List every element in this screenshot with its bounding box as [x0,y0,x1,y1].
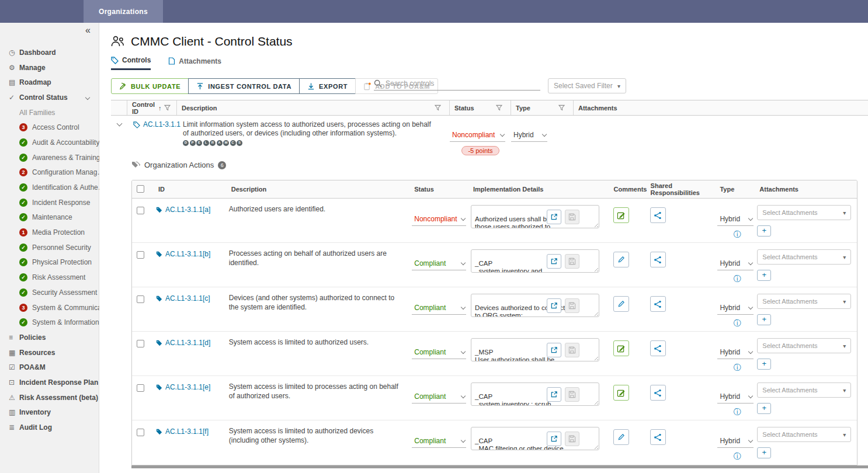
open-details-button[interactable] [547,210,561,224]
share-responsibilities-button[interactable] [650,296,666,312]
sidebar-item-audit-log[interactable]: ≣ Audit Log [0,420,99,435]
filter-icon[interactable] [558,105,565,111]
sidebar-item-all-families[interactable]: All Families [0,105,99,120]
sidebar-item-maintenance[interactable]: ✓ Maintenance [0,210,99,225]
sidebar-item-resources[interactable]: ▦ Resources [0,345,99,360]
row-checkbox[interactable] [137,384,144,392]
status-dropdown[interactable]: Noncompliant [450,131,505,142]
sidebar-item-policies[interactable]: ≡ Policies [0,330,99,345]
bulk-update-button[interactable]: BULK UPDATE [111,78,189,94]
nav-tab-organizations[interactable]: Organizations [84,0,163,23]
filter-icon[interactable] [164,105,171,111]
save-details-button[interactable] [565,210,579,224]
sidebar-item-roadmap[interactable]: ▤ Roadmap [0,75,99,90]
action-id-link[interactable]: AC.L1-3.1.1[c] [165,294,210,302]
framework-chip[interactable]: A [217,140,223,146]
select-all-checkbox[interactable] [137,185,144,193]
row-checkbox[interactable] [137,340,144,347]
open-details-button[interactable] [547,254,561,269]
add-attachment-button[interactable]: + [757,359,771,370]
info-icon[interactable]: ⓘ [717,318,757,329]
action-id-link[interactable]: AC.L1-3.1.1[d] [165,339,210,347]
filter-icon[interactable] [496,105,502,111]
sidebar-item-risk-assessment[interactable]: ✓ Risk Assessment [0,270,99,285]
comments-button[interactable] [613,340,629,356]
type-dropdown[interactable]: Hybrid [717,348,754,359]
comments-button[interactable] [613,385,629,401]
resize-handle[interactable] [593,266,598,272]
tab-controls[interactable]: Controls [111,56,151,70]
implementation-details-textarea[interactable]: _MSP User authorization shall be done ad… [471,338,599,361]
add-attachment-button[interactable]: + [757,270,771,281]
status-dropdown[interactable]: Compliant [412,392,466,404]
saved-filter-select[interactable]: Select Saved Filter ▾ [548,78,626,93]
implementation-details-textarea[interactable]: _CAP _system inventory and description [471,249,599,273]
save-details-button[interactable] [565,343,579,357]
sidebar-item-awareness-training[interactable]: ✓ Awareness & Training [0,150,99,165]
info-icon[interactable]: ⓘ [717,451,757,462]
sort-ascending-icon[interactable]: ↑ [158,105,162,112]
status-dropdown[interactable]: Compliant [412,437,466,448]
resize-handle[interactable] [593,444,598,449]
sidebar-item-inventory[interactable]: ▥ Inventory [0,405,99,420]
action-id-link[interactable]: AC.L1-3.1.1[a] [165,206,210,214]
type-dropdown[interactable]: Hybrid [511,131,547,142]
action-id-link[interactable]: AC.L1-3.1.1[b] [165,250,210,258]
sidebar-item-configuration-management[interactable]: 2 Configuration Manag… [0,165,99,180]
comments-button[interactable] [613,252,629,267]
implementation-details-textarea[interactable]: Devices authorized to connect to ORG sys… [471,294,599,317]
comments-button[interactable] [613,429,629,445]
status-dropdown[interactable]: Noncompliant [412,215,466,226]
resize-handle[interactable] [593,222,598,227]
framework-chip[interactable]: R [210,140,216,146]
comments-button[interactable] [613,207,629,223]
save-details-button[interactable] [565,432,579,446]
scrollbar-thumb[interactable] [131,465,868,468]
control-id-link[interactable]: AC.L1-3.1.1 [143,120,180,128]
share-responsibilities-button[interactable] [650,385,666,401]
add-attachment-button[interactable]: + [757,403,771,414]
implementation-details-textarea[interactable]: _CAP _MAC filtering or other device ID [471,427,599,450]
sidebar-item-dashboard[interactable]: ◷ Dashboard [0,45,99,60]
open-details-button[interactable] [547,432,561,446]
share-responsibilities-button[interactable] [650,429,666,445]
type-dropdown[interactable]: Hybrid [717,259,754,270]
type-dropdown[interactable]: Hybrid [717,304,754,315]
save-details-button[interactable] [565,387,579,402]
sidebar-item-system-communications[interactable]: 3 System & Communica… [0,300,99,315]
export-button[interactable]: EXPORT [299,78,356,94]
framework-chip[interactable]: E [196,140,202,146]
save-details-button[interactable] [565,298,579,313]
share-responsibilities-button[interactable] [650,252,666,267]
resize-handle[interactable] [593,355,598,360]
sidebar-collapse-icon[interactable]: « [85,25,91,36]
filter-icon[interactable] [435,105,441,111]
framework-chip[interactable]: P [190,140,196,146]
action-id-link[interactable]: AC.L1-3.1.1[e] [165,383,210,391]
status-dropdown[interactable]: Compliant [412,304,466,315]
implementation-details-textarea[interactable]: _CAP _system inventory : scrub system fo… [471,382,599,406]
row-checkbox[interactable] [137,251,144,259]
attachments-select[interactable]: Select Attachments ▾ [757,382,851,398]
sidebar-item-physical-protection[interactable]: ✓ Physical Protection [0,255,99,270]
sidebar-item-media-protection[interactable]: 1 Media Protection [0,225,99,240]
add-attachment-button[interactable]: + [757,225,771,236]
info-icon[interactable]: ⓘ [717,363,757,373]
framework-chip[interactable]: D [183,140,189,146]
add-attachment-button[interactable]: + [757,314,771,325]
save-details-button[interactable] [565,254,579,269]
tab-attachments[interactable]: Attachments [168,56,221,70]
row-checkbox[interactable] [137,207,144,214]
framework-chip[interactable]: L [203,140,209,146]
attachments-select[interactable]: Select Attachments ▾ [757,249,851,265]
type-dropdown[interactable]: Hybrid [717,215,754,226]
open-details-button[interactable] [547,298,561,313]
attachments-select[interactable]: Select Attachments ▾ [757,205,851,220]
sidebar-item-poam[interactable]: ☑ POA&M [0,360,99,375]
framework-chip[interactable]: M [223,140,229,146]
sidebar-item-audit-accountability[interactable]: ✓ Audit & Accountability [0,135,99,150]
implementation-details-textarea[interactable]: Authorized users shall be those users au… [471,205,599,228]
sidebar-item-risk-assessment-beta[interactable]: ⚠ Risk Assessment (beta) [0,390,99,405]
sidebar-item-incident-response-plan[interactable]: ⊡ Incident Response Plan [0,375,99,390]
sidebar-item-identification-authentication[interactable]: ✓ Identification & Authe… [0,180,99,195]
